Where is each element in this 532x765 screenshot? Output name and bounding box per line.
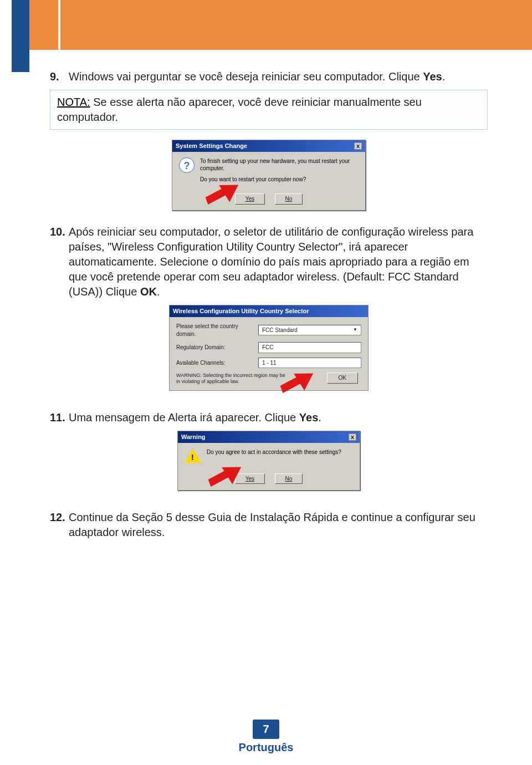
dialog-title: Wireless Configuration Utility Country S… xyxy=(173,308,309,314)
step-text-bold: OK xyxy=(140,285,157,298)
figure-dialog2: Wireless Configuration Utility Country S… xyxy=(50,305,488,390)
country-row: Please select the country domain. FCC St… xyxy=(176,323,361,338)
step-text-a: Continue da Seção 5 desse Guia de Instal… xyxy=(69,511,475,538)
figure-dialog1: System Settings Change X ? To finish set… xyxy=(50,140,488,211)
close-icon[interactable]: X xyxy=(354,142,362,150)
regulatory-row: Regulatory Domain: FCC xyxy=(176,342,361,353)
step-text-c: . xyxy=(442,70,446,83)
step-11: 11. Uma mensagem de Alerta irá aparecer.… xyxy=(50,410,488,425)
warning-text: WARNING: Selecting the incorrect region … xyxy=(176,373,287,385)
system-settings-dialog: System Settings Change X ? To finish set… xyxy=(172,140,366,211)
step-text-a: Uma mensagem de Alerta irá aparecer. Cli… xyxy=(69,411,299,424)
footer: 7 Português xyxy=(0,720,532,754)
regulatory-label: Regulatory Domain: xyxy=(176,344,254,351)
step-number: 12. xyxy=(50,510,69,540)
dialog-title: System Settings Change xyxy=(176,142,247,150)
dialog-body: ? To finish setting up your new hardware… xyxy=(172,152,365,190)
regulatory-value: FCC xyxy=(262,344,274,351)
ok-button[interactable]: OK xyxy=(327,373,358,384)
note-label: NOTA: xyxy=(57,96,90,108)
country-selector-dialog: Wireless Configuration Utility Country S… xyxy=(169,305,369,390)
step-text-bold: Yes xyxy=(423,70,442,83)
question-icon: ? xyxy=(179,157,195,173)
channels-row: Available Channels: 1 - 11 xyxy=(176,358,361,369)
dialog-titlebar: Wireless Configuration Utility Country S… xyxy=(170,305,368,317)
step-number: 9. xyxy=(50,69,69,84)
country-label: Please select the country domain. xyxy=(176,323,254,338)
step-text-bold: Yes xyxy=(299,411,318,424)
no-button[interactable]: No xyxy=(275,193,303,205)
step-number: 11. xyxy=(50,410,69,425)
dialog-title: Warning xyxy=(181,433,206,441)
country-value: FCC Standard xyxy=(262,327,298,334)
step-12: 12. Continue da Seção 5 desse Guia de In… xyxy=(50,510,488,540)
step-text: Após reiniciar seu computador, o seletor… xyxy=(69,225,488,299)
dialog-body: Please select the country domain. FCC St… xyxy=(170,317,368,390)
channels-value: 1 - 11 xyxy=(262,359,277,367)
dialog-line1: Do you agree to act in accordance with t… xyxy=(207,448,341,456)
warning-icon xyxy=(185,448,201,463)
close-icon[interactable]: X xyxy=(349,434,356,441)
margin-blue-block xyxy=(12,0,29,72)
content: 9. Windows vai perguntar se você deseja … xyxy=(0,50,532,540)
channels-label: Available Channels: xyxy=(176,359,254,367)
no-button[interactable]: No xyxy=(275,473,303,484)
dialog-text: To finish setting up your new hardware, … xyxy=(200,157,359,183)
step-text-a: Windows vai perguntar se você deseja rei… xyxy=(69,70,423,83)
page-number: 7 xyxy=(253,720,279,739)
step-9: 9. Windows vai perguntar se você deseja … xyxy=(50,69,488,84)
dialog-titlebar: System Settings Change X xyxy=(172,140,365,152)
chevron-down-icon: ▼ xyxy=(353,327,357,333)
dialog-line1: To finish setting up your new hardware, … xyxy=(200,157,359,172)
step-text-c: . xyxy=(157,285,160,298)
dialog-titlebar: Warning X xyxy=(178,431,360,443)
step-text: Uma mensagem de Alerta irá aparecer. Cli… xyxy=(69,410,488,425)
footer-language: Português xyxy=(0,741,532,754)
header-stripe xyxy=(29,0,532,50)
dialog-text: Do you agree to act in accordance with t… xyxy=(207,448,341,463)
dialog-button-row: Yes No xyxy=(172,190,365,210)
figure-dialog3: Warning X Do you agree to act in accorda… xyxy=(50,431,488,491)
dialog-body: Do you agree to act in accordance with t… xyxy=(178,443,360,470)
note-text: Se esse alerta não aparecer, você deve r… xyxy=(57,96,422,123)
note-box: NOTA: Se esse alerta não aparecer, você … xyxy=(50,90,488,130)
header-gap xyxy=(58,0,60,50)
step-text-c: . xyxy=(318,411,321,424)
page: 9. Windows vai perguntar se você deseja … xyxy=(0,0,532,765)
step-text: Continue da Seção 5 desse Guia de Instal… xyxy=(69,510,488,540)
country-dropdown[interactable]: FCC Standard ▼ xyxy=(258,325,361,336)
step-number: 10. xyxy=(50,225,69,299)
step-text: Windows vai perguntar se você deseja rei… xyxy=(69,69,488,84)
step-text-a: Após reiniciar seu computador, o seletor… xyxy=(69,226,473,298)
regulatory-field: FCC xyxy=(258,342,361,353)
step-10: 10. Após reiniciar seu computador, o sel… xyxy=(50,225,488,299)
warning-dialog: Warning X Do you agree to act in accorda… xyxy=(177,431,360,491)
